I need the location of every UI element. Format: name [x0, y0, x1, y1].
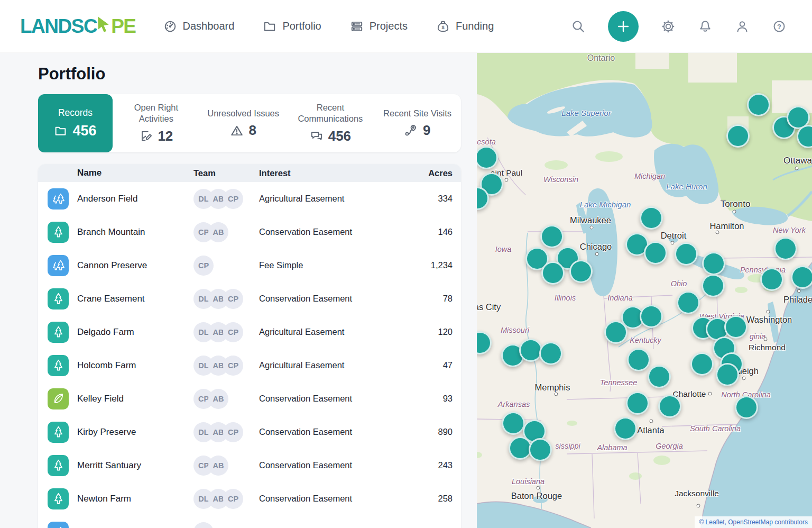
- record-name: Kirby Preserve: [77, 427, 193, 438]
- record-interest: Agricultural Easement: [259, 360, 405, 370]
- map-marker[interactable]: [726, 124, 750, 148]
- add-record-button[interactable]: [608, 11, 639, 42]
- table-row[interactable]: Cannon Preserve CP Fee Simple 1,234: [38, 249, 461, 282]
- avatar: AB: [208, 222, 228, 242]
- map-marker[interactable]: [724, 315, 748, 339]
- map-label: Lake Michigan: [580, 200, 631, 209]
- map-marker[interactable]: [702, 274, 725, 297]
- map-marker[interactable]: [640, 305, 663, 328]
- stat-card[interactable]: Recent Communications: [287, 94, 374, 152]
- record-name: Delgado Farm: [77, 327, 193, 338]
- table-row[interactable]: [38, 515, 461, 528]
- record-interest: Conservation Easement: [259, 460, 405, 470]
- brand-text-teal: LANDSC: [20, 15, 97, 38]
- stat-label: Open Right Activities: [116, 102, 196, 124]
- notifications-bell-icon[interactable]: [698, 19, 713, 34]
- map-marker[interactable]: [760, 268, 783, 291]
- map-marker[interactable]: [716, 363, 739, 386]
- avatar: [193, 522, 214, 528]
- map-marker[interactable]: [675, 242, 698, 266]
- table-row[interactable]: Newton Farm DL AB CP Conservation Easeme…: [38, 482, 461, 515]
- map-label: nesota: [477, 138, 496, 146]
- table-row[interactable]: Branch Mountain CP AB Conservation Easem…: [38, 215, 461, 249]
- map-marker[interactable]: [541, 261, 565, 285]
- property-type-icon: [48, 255, 69, 276]
- table-row[interactable]: Merritt Santuary CP AB Conservation Ease…: [38, 449, 461, 482]
- map-marker[interactable]: [690, 352, 714, 376]
- map-marker[interactable]: [627, 348, 650, 371]
- city-dot: [555, 393, 558, 396]
- map-marker[interactable]: [648, 365, 671, 388]
- nav-item-icon: $: [263, 20, 276, 33]
- record-acres: 47: [405, 360, 453, 370]
- stat-label: Records: [58, 107, 93, 119]
- table-row[interactable]: Kelley Field CP AB Conservation Easement…: [38, 382, 461, 415]
- brand-logo[interactable]: LANDSC PE: [20, 15, 136, 38]
- stat-label: Unresolved Issues: [207, 108, 279, 119]
- map-marker[interactable]: [677, 291, 700, 314]
- nav-item-icon: $: [163, 20, 177, 33]
- stat-value: 8: [248, 122, 256, 139]
- map-marker[interactable]: [747, 93, 770, 116]
- settings-gear-icon[interactable]: [661, 19, 676, 34]
- table-row[interactable]: Anderson Field DL AB CP Agricultural Eas…: [38, 182, 461, 215]
- avatar: AB: [208, 456, 228, 476]
- nav-item[interactable]: $ Dashboard: [163, 20, 235, 33]
- nav-item-label: Projects: [370, 20, 408, 32]
- map-marker[interactable]: [791, 266, 812, 289]
- record-acres: 93: [405, 394, 453, 404]
- map-label: Richmond: [749, 343, 786, 352]
- nav-item[interactable]: $ Portfolio: [263, 20, 321, 33]
- table-row[interactable]: Kirby Preserve DL AB CP Conservation Eas…: [38, 415, 461, 449]
- table-row[interactable]: Delgado Farm DL AB CP Agricultural Easem…: [38, 315, 461, 349]
- stat-card-records[interactable]: Records 456: [38, 94, 113, 152]
- map-marker[interactable]: [604, 321, 628, 344]
- nav-item[interactable]: $ Funding: [436, 20, 494, 33]
- stat-card[interactable]: Unresolved Issues: [200, 94, 287, 152]
- record-name: Merritt Santuary: [77, 460, 193, 471]
- map-marker[interactable]: [626, 392, 649, 415]
- profile-icon[interactable]: [735, 19, 750, 34]
- team-avatars: DL AB CP: [193, 489, 259, 509]
- city-dot: [505, 178, 509, 182]
- nav-item[interactable]: $ Projects: [350, 20, 408, 33]
- city-dot: [716, 231, 719, 234]
- map-marker[interactable]: [519, 339, 542, 362]
- table-row[interactable]: Holcomb Farm DL AB CP Agricultural Easem…: [38, 349, 461, 382]
- map-marker[interactable]: [702, 252, 725, 275]
- map-marker[interactable]: [640, 206, 663, 230]
- column-interest: Interest: [259, 168, 405, 178]
- stat-card[interactable]: Open Right Activities: [113, 94, 200, 152]
- map-marker[interactable]: [644, 241, 667, 265]
- property-type-icon: [48, 188, 69, 210]
- city-dot: [797, 289, 801, 293]
- property-type-icon: [48, 388, 69, 409]
- map-panel[interactable]: Ontario Lake Superior Lake Huron Lake Mi…: [477, 53, 812, 528]
- plus-icon: [616, 19, 631, 34]
- map-marker[interactable]: [529, 438, 552, 461]
- map-marker[interactable]: [735, 396, 758, 419]
- stat-card[interactable]: Recent Site Visits: [374, 94, 461, 152]
- record-interest: Agricultural Easement: [259, 327, 405, 337]
- map-marker[interactable]: [502, 412, 525, 435]
- map-marker[interactable]: [540, 225, 564, 248]
- map-marker[interactable]: [614, 417, 637, 440]
- map-marker[interactable]: [539, 342, 562, 365]
- team-avatars: DL AB CP: [193, 289, 259, 309]
- stat-value: 12: [158, 128, 173, 144]
- record-acres: 258: [405, 494, 453, 504]
- table-row[interactable]: Crane Easement DL AB CP Conservation Eas…: [38, 282, 461, 315]
- map-label: Ohio: [671, 279, 687, 288]
- portfolio-panel: Portfolio Records 456 Open Right Activit…: [0, 53, 477, 528]
- search-icon[interactable]: [571, 19, 586, 34]
- map-marker[interactable]: [569, 260, 593, 283]
- city-dot: [795, 167, 799, 170]
- team-avatars: CP AB: [193, 222, 259, 242]
- stat-value: 456: [72, 123, 96, 139]
- help-icon[interactable]: ?: [772, 19, 787, 34]
- svg-text:?: ?: [777, 22, 781, 30]
- record-name: Kelley Field: [77, 394, 193, 404]
- map-attribution[interactable]: © Leaflet, OpenStreetMap contributors: [695, 516, 812, 528]
- map-marker[interactable]: [774, 237, 797, 260]
- map-marker[interactable]: [658, 395, 681, 418]
